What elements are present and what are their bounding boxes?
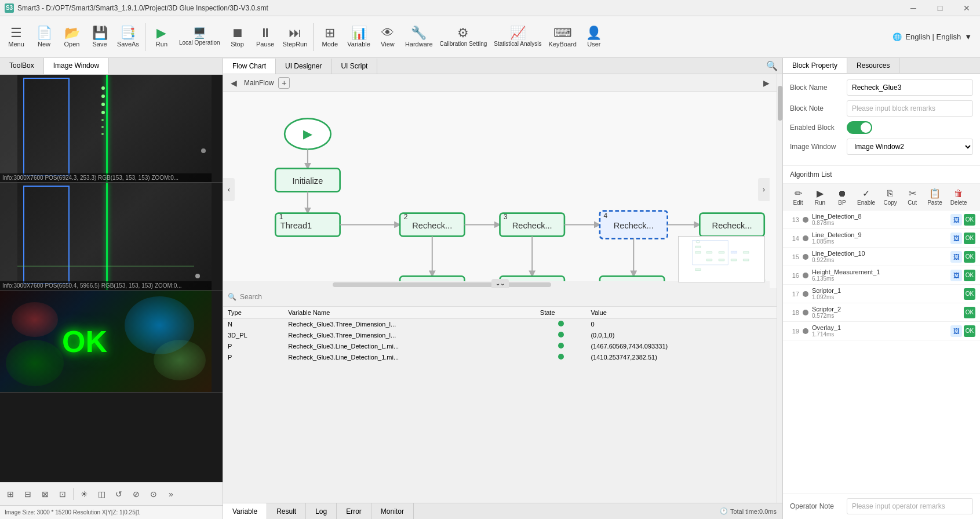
algo-edit-button[interactable]: ✏ Edit [788, 186, 808, 208]
saveas-button[interactable]: 📑 SaveAs [114, 19, 143, 56]
algo-ok-button[interactable]: OK [964, 251, 975, 263]
open-button[interactable]: 📂 Open [58, 19, 86, 56]
algo-img-button[interactable]: 🖼 [950, 251, 962, 263]
tool-zoom-in[interactable]: ⊠ [37, 486, 53, 502]
pause-button[interactable]: ⏸ Pause [252, 19, 279, 56]
algo-delete-button[interactable]: 🗑 Delete [947, 187, 971, 208]
tab-monitor[interactable]: Monitor [371, 503, 414, 519]
flow-nav-left[interactable]: ◀ [228, 77, 239, 89]
table-row[interactable]: P Recheck_Glue3.Line_Detection_1.mi... (… [223, 351, 777, 362]
language-selector[interactable]: 🌐 English | English ▼ [887, 30, 978, 43]
tab-error[interactable]: Error [337, 503, 371, 519]
flow-scroll-right[interactable]: › [758, 178, 770, 201]
algo-enable-button[interactable]: ✓ Enable [854, 186, 879, 208]
algo-copy-button[interactable]: ⎘ Copy [880, 187, 901, 208]
algo-bp-button[interactable]: ⏺ BP [832, 187, 853, 208]
flow-area: ◀ MainFlow + ▶ ▶ [223, 74, 782, 503]
tool-select[interactable]: ⊞ [2, 486, 19, 502]
algo-ok-button[interactable]: OK [964, 214, 975, 226]
tab-flow-chart[interactable]: Flow Chart [223, 59, 276, 74]
calibration-label: Calibration Setting [440, 41, 487, 47]
algo-ok-button[interactable]: OK [964, 288, 975, 300]
statistical-button[interactable]: 📈 Statistical Analysis [490, 19, 545, 56]
tool-brightness[interactable]: ☀ [76, 486, 92, 502]
menu-button[interactable]: ☰ Menu [2, 19, 30, 56]
image-view-2[interactable]: 4 Info:3000X7600 POS(6650.4, 5966.5) RGB… [0, 183, 212, 290]
local-icon: 🖥️ [193, 28, 206, 38]
tool-zoom-out[interactable]: ⊡ [54, 486, 71, 502]
tool-split[interactable]: ◫ [93, 486, 110, 502]
image-view-1[interactable]: Info:3000X7600 POS(6924.3, 253.3) RGB(15… [0, 75, 212, 182]
tab-resources[interactable]: Resources [847, 58, 899, 73]
algo-img-button[interactable]: 🖼 [950, 233, 962, 244]
flow-vscroll-thumb[interactable] [778, 86, 782, 121]
tool-measure[interactable]: ⊘ [128, 486, 144, 502]
algo-status-dot [803, 217, 808, 223]
flow-nav-right[interactable]: ▶ [760, 77, 772, 89]
list-item[interactable]: 18 Scriptor_2 0.572ms OK [783, 303, 980, 322]
flow-search-button[interactable]: 🔍 [764, 58, 780, 74]
table-row[interactable]: N Recheck_Glue3.Three_Dimension_l... 0 [223, 318, 777, 329]
algo-ok-button[interactable]: OK [964, 233, 975, 244]
tool-more[interactable]: » [163, 486, 179, 502]
tab-variable[interactable]: Variable [223, 503, 267, 519]
tool-rotate[interactable]: ↺ [111, 486, 127, 502]
list-item[interactable]: 15 Line_Detection_10 0.922ms 🖼 OK [783, 248, 980, 266]
flow-vscroll[interactable] [777, 74, 782, 503]
flow-diagram-canvas[interactable]: ▶ Initialize Thread1 1 [223, 92, 777, 288]
list-item[interactable]: 19 Overlay_1 1.714ms 🖼 OK [783, 322, 980, 340]
block-name-input[interactable] [847, 79, 973, 96]
tab-block-property[interactable]: Block Property [783, 58, 847, 73]
hardware-button[interactable]: 🔧 Hardware [402, 19, 436, 56]
keyboard-button[interactable]: ⌨ KeyBoard [545, 19, 580, 56]
list-item[interactable]: 17 Scriptor_1 1.092ms OK [783, 285, 980, 303]
tab-image-window[interactable]: Image Window [44, 58, 109, 74]
tool-grid[interactable]: ⊙ [145, 486, 162, 502]
list-item[interactable]: 14 Line_Detection_9 1.085ms 🖼 OK [783, 229, 980, 248]
calibration-button[interactable]: ⚙ Calibration Setting [436, 19, 491, 56]
collapse-var-panel[interactable]: ⌄⌄ [491, 279, 509, 288]
steprun-button[interactable]: ⏭ StepRun [279, 19, 311, 56]
view-button[interactable]: 👁 View [374, 19, 402, 56]
minimize-button[interactable]: ─ [900, 0, 927, 16]
close-button[interactable]: ✕ [953, 0, 980, 16]
image-view-3[interactable]: OK [0, 291, 212, 392]
save-button[interactable]: 💾 Save [86, 19, 114, 56]
variable-button[interactable]: 📊 Variable [344, 19, 374, 56]
tab-ui-script[interactable]: UI Script [331, 59, 377, 74]
block-note-input[interactable] [847, 100, 973, 117]
tool-crop[interactable]: ⊟ [20, 486, 36, 502]
var-type: P [223, 340, 283, 351]
mode-button[interactable]: ⊞ Mode [316, 19, 344, 56]
user-button[interactable]: 👤 User [580, 19, 608, 56]
table-row[interactable]: 3D_PL Recheck_Glue3.Three_Dimension_l...… [223, 329, 777, 340]
new-button[interactable]: 📄 New [30, 19, 58, 56]
image-window-select[interactable]: Image Window2 Image Window1 Image Window… [847, 139, 973, 155]
list-item[interactable]: 13 Line_Detection_8 0.878ms 🖼 OK [783, 210, 980, 229]
tab-ui-designer[interactable]: UI Designer [276, 59, 331, 74]
flow-scroll-left[interactable]: ‹ [223, 178, 235, 201]
operator-note-input[interactable] [847, 498, 973, 514]
search-input[interactable] [240, 293, 772, 301]
tab-log[interactable]: Log [306, 503, 337, 519]
tab-result[interactable]: Result [267, 503, 306, 519]
stop-button[interactable]: ⏹ Stop [224, 19, 252, 56]
local-operation-button[interactable]: 🖥️ Local Operation [176, 19, 224, 56]
algo-run-button[interactable]: ▶ Run [810, 186, 830, 208]
table-row[interactable]: P Recheck_Glue3.Line_Detection_L.mi... (… [223, 340, 777, 351]
algo-time: 0.922ms [812, 257, 947, 263]
run-button[interactable]: ▶ Run [148, 19, 176, 56]
algo-paste-button[interactable]: 📋 Paste [924, 186, 946, 208]
algo-img-button[interactable]: 🖼 [950, 270, 962, 281]
tab-toolbox[interactable]: ToolBox [0, 58, 44, 74]
maximize-button[interactable]: □ [927, 0, 953, 16]
algo-img-button[interactable]: 🖼 [950, 214, 962, 226]
algo-ok-button[interactable]: OK [964, 325, 975, 337]
algo-ok-button[interactable]: OK [964, 307, 975, 318]
list-item[interactable]: 16 Height_Measurement_1 6.135ms 🖼 OK [783, 266, 980, 285]
algo-cut-button[interactable]: ✂ Cut [902, 186, 923, 208]
add-flow-button[interactable]: + [278, 77, 290, 89]
algo-ok-button[interactable]: OK [964, 270, 975, 281]
algo-img-button[interactable]: 🖼 [950, 325, 962, 337]
enabled-block-toggle[interactable] [847, 121, 872, 134]
